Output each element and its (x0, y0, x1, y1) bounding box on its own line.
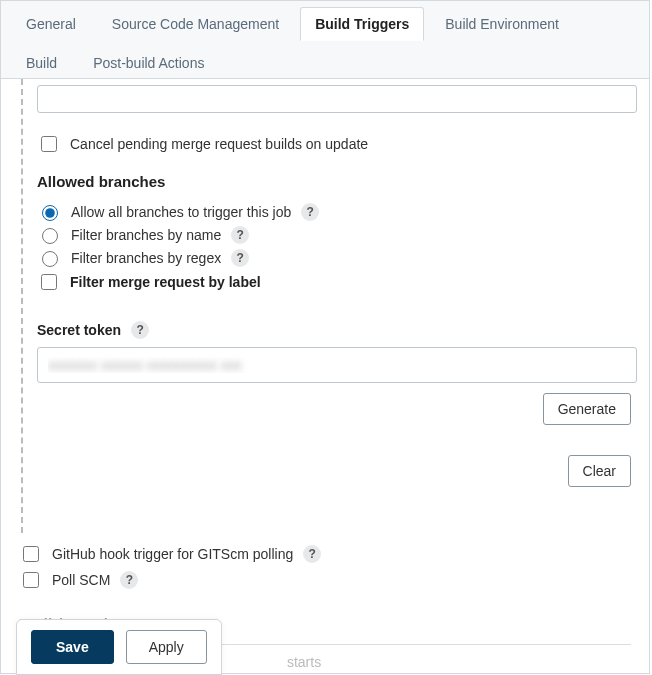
tab-scm[interactable]: Source Code Management (97, 7, 294, 41)
help-icon[interactable]: ? (231, 226, 249, 244)
poll-scm-label: Poll SCM (52, 572, 110, 588)
allowed-branches-title: Allowed branches (37, 173, 631, 190)
cancel-pending-label: Cancel pending merge request builds on u… (70, 136, 368, 152)
tab-build[interactable]: Build (11, 46, 72, 79)
help-icon[interactable]: ? (120, 571, 138, 589)
clear-button[interactable]: Clear (568, 455, 631, 487)
save-button[interactable]: Save (31, 630, 114, 664)
help-icon[interactable]: ? (301, 203, 319, 221)
github-hook-checkbox[interactable] (23, 546, 39, 562)
help-icon[interactable]: ? (303, 545, 321, 563)
tab-post-build[interactable]: Post-build Actions (78, 46, 219, 79)
secret-token-label: Secret token (37, 322, 121, 338)
filter-by-name-radio[interactable] (42, 228, 58, 244)
filter-by-label-checkbox[interactable] (41, 274, 57, 290)
tab-build-triggers[interactable]: Build Triggers (300, 7, 424, 41)
cancel-pending-checkbox[interactable] (41, 136, 57, 152)
generate-button[interactable]: Generate (543, 393, 631, 425)
secret-token-input[interactable] (37, 347, 637, 383)
help-icon[interactable]: ? (231, 249, 249, 267)
filter-by-name-label: Filter branches by name (71, 227, 221, 243)
filter-by-regex-radio[interactable] (42, 251, 58, 267)
help-icon[interactable]: ? (131, 321, 149, 339)
url-input[interactable] (37, 85, 637, 113)
save-apply-bar: Save Apply (16, 619, 222, 675)
tab-general[interactable]: General (11, 7, 91, 41)
allow-all-label: Allow all branches to trigger this job (71, 204, 291, 220)
apply-button[interactable]: Apply (126, 630, 207, 664)
tab-build-environment[interactable]: Build Environment (430, 7, 574, 41)
config-tabs: General Source Code Management Build Tri… (1, 1, 649, 79)
section-indent-line (21, 79, 23, 533)
filter-by-label-label: Filter merge request by label (70, 274, 261, 290)
filter-by-regex-label: Filter branches by regex (71, 250, 221, 266)
poll-scm-checkbox[interactable] (23, 572, 39, 588)
allow-all-radio[interactable] (42, 205, 58, 221)
github-hook-label: GitHub hook trigger for GITScm polling (52, 546, 293, 562)
faded-option-label: starts (287, 654, 321, 670)
